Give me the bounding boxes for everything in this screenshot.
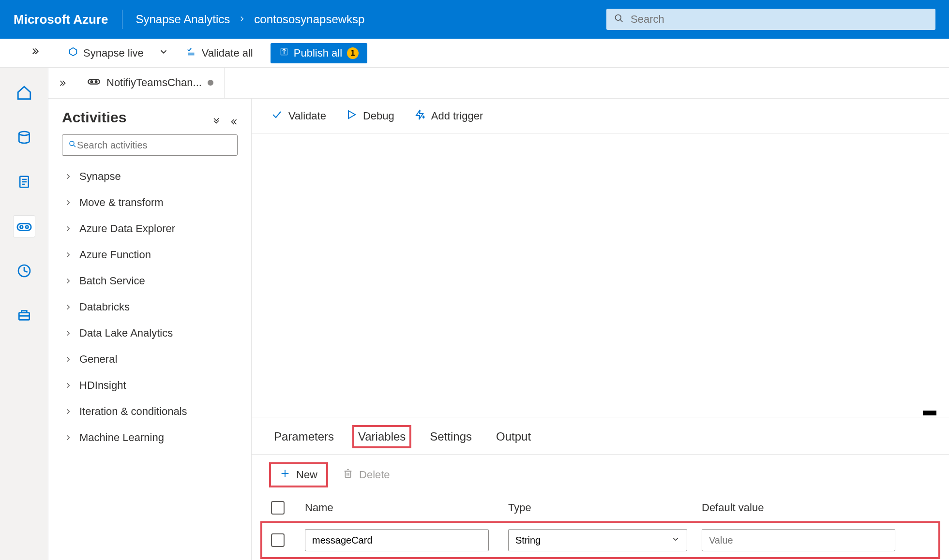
activity-group[interactable]: Machine Learning [62,425,238,451]
add-trigger-button[interactable]: Add trigger [414,109,483,123]
collapse-all-icon[interactable] [211,117,221,129]
publish-all-label: Publish all [294,47,342,59]
nav-integrate[interactable] [14,216,35,237]
lightning-icon [414,109,425,123]
activity-group-label: Iteration & conditionals [79,405,187,418]
search-icon [68,140,77,150]
pane-collapse-handle[interactable] [923,411,936,415]
editor-tab-row: NotifiyTeamsChan... [48,68,949,99]
activity-group-label: Databricks [79,301,130,313]
new-variable-button[interactable]: New [271,464,326,486]
debug-label: Debug [363,110,394,122]
tab-variables[interactable]: Variables [355,428,408,445]
variables-actions: New Delete [252,455,949,495]
validate-all-button[interactable]: Validate all [186,46,253,60]
validate-all-label: Validate all [202,47,253,59]
content-wrap: Activities Synapse Move & transform Azur… [48,99,949,560]
svg-line-17 [24,271,28,272]
delete-label: Delete [359,469,390,481]
azure-top-bar: Microsoft Azure Synapse Analytics contos… [0,0,949,39]
activity-group[interactable]: Synapse [62,163,238,190]
debug-button[interactable]: Debug [346,109,394,123]
nav-data[interactable] [14,127,35,148]
svg-point-22 [95,81,97,83]
svg-rect-20 [88,79,99,84]
nav-manage[interactable] [14,305,35,326]
live-mode-dropdown[interactable]: Synapse live [68,46,169,60]
breadcrumb-service[interactable]: Synapse Analytics [136,13,230,26]
variable-default-input[interactable] [702,529,895,551]
activity-group-label: Move & transform [79,196,164,209]
activity-group-label: Azure Data Explorer [79,222,175,235]
global-search[interactable] [606,9,935,30]
activity-group[interactable]: Data Lake Analytics [62,320,238,346]
collapse-panel-icon[interactable] [228,117,238,129]
chevron-right-icon [238,13,246,26]
breadcrumb-workspace[interactable]: contososynapsewksp [254,13,364,26]
svg-point-0 [616,15,621,21]
activity-group[interactable]: HDInsight [62,372,238,398]
tab-parameters[interactable]: Parameters [271,428,337,445]
svg-line-24 [74,145,75,147]
activity-group-label: Azure Function [79,249,151,261]
tabs-expand-button[interactable] [57,76,71,90]
pipeline-canvas[interactable] [252,133,949,417]
activity-group[interactable]: Azure Data Explorer [62,216,238,242]
nav-develop[interactable] [14,171,35,192]
activity-group[interactable]: Azure Function [62,242,238,268]
activity-group[interactable]: Move & transform [62,190,238,216]
nav-home[interactable] [14,82,35,103]
variables-grid-header: Name Type Default value [252,495,949,520]
pipeline-tab[interactable]: NotifiyTeamsChan... [76,68,225,99]
live-mode-label: Synapse live [83,47,144,59]
activities-panel: Activities Synapse Move & transform Azur… [48,99,252,560]
unsaved-indicator-icon [208,80,213,86]
svg-line-1 [620,20,623,22]
hex-icon [68,46,78,60]
activities-search-input[interactable] [77,140,231,151]
global-search-input[interactable] [631,13,928,26]
pipeline-tab-label: NotifiyTeamsChan... [106,76,202,89]
new-label: New [296,469,317,481]
checklist-icon [186,46,197,60]
main-area: NotifiyTeamsChan... Activities Synapse M… [0,68,949,560]
variable-type-value: String [515,535,541,546]
trash-icon [343,468,353,482]
check-icon [271,109,283,123]
svg-point-14 [25,226,28,229]
variable-name-input[interactable] [305,529,489,551]
activity-group[interactable]: Databricks [62,294,238,320]
activity-group-label: HDInsight [79,379,126,392]
row-checkbox[interactable] [271,533,285,547]
breadcrumb: Synapse Analytics contososynapsewksp [136,13,365,26]
delete-variable-button[interactable]: Delete [343,468,390,482]
tab-settings[interactable]: Settings [427,428,475,445]
svg-marker-25 [348,111,355,118]
select-all-checkbox[interactable] [271,501,285,515]
col-header-default: Default value [702,501,930,514]
expand-rail-button[interactable] [29,44,45,59]
nav-monitor[interactable] [14,260,35,281]
activities-search[interactable] [62,134,238,156]
svg-rect-30 [346,471,351,477]
brand-logo[interactable]: Microsoft Azure [14,12,108,27]
svg-point-13 [20,226,23,229]
divider [122,10,122,29]
svg-marker-2 [70,47,77,56]
canvas-toolbar: Validate Debug Add trigger [252,99,949,133]
chevron-down-icon [671,535,680,546]
workspace-toolbar: Synapse live Validate all Publish all 1 [0,39,949,68]
publish-all-button[interactable]: Publish all 1 [271,43,367,63]
properties-pane: Parameters Variables Settings Output New… [252,417,949,560]
pipeline-icon [87,75,101,90]
activity-group[interactable]: Batch Service [62,268,238,294]
validate-label: Validate [288,110,326,122]
properties-tabs: Parameters Variables Settings Output [252,417,949,455]
variable-type-select[interactable]: String [508,529,687,551]
tab-output[interactable]: Output [493,428,534,445]
upload-icon [279,47,289,59]
activity-group[interactable]: General [62,346,238,372]
validate-button[interactable]: Validate [271,109,326,123]
activity-group[interactable]: Iteration & conditionals [62,398,238,425]
col-header-name: Name [305,501,508,514]
